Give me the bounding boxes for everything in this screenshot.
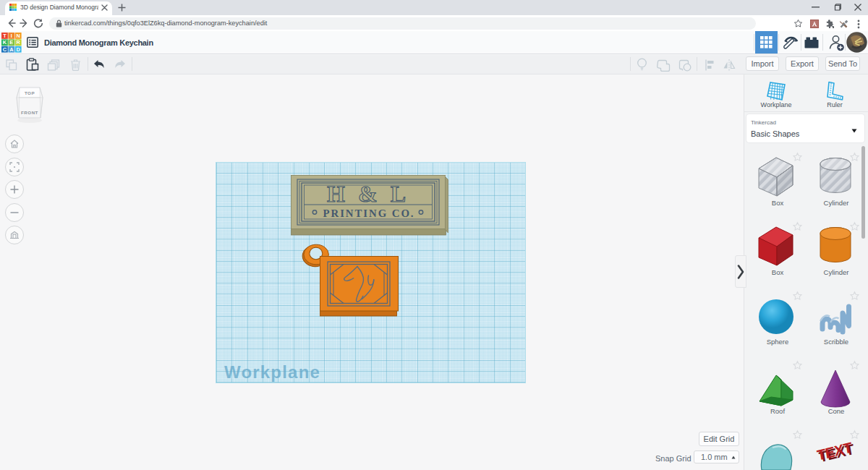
svg-text:R: R (17, 39, 21, 46)
svg-text:Sphere: Sphere (767, 338, 789, 346)
svg-text:K: K (3, 39, 7, 46)
svg-text:N: N (17, 33, 20, 39)
svg-text:FRONT: FRONT (21, 110, 38, 115)
svg-text:E: E (9, 39, 13, 46)
svg-text:Box: Box (772, 268, 784, 276)
svg-text:Cone: Cone (828, 407, 845, 415)
svg-text:Roof: Roof (770, 407, 785, 415)
svg-text:A: A (9, 46, 14, 53)
svg-text:H & L: H & L (327, 181, 411, 207)
svg-text:Cylinder: Cylinder (824, 199, 849, 207)
svg-text:I: I (11, 33, 12, 39)
svg-text:Cylinder: Cylinder (824, 268, 849, 276)
svg-text:Box: Box (772, 199, 784, 207)
svg-text:T: T (3, 33, 7, 39)
svg-text:TOP: TOP (25, 90, 35, 95)
svg-text:D: D (17, 46, 21, 53)
svg-text:C: C (3, 46, 7, 53)
svg-text:PRINTING CO.: PRINTING CO. (323, 207, 415, 219)
svg-text:Scribble: Scribble (824, 338, 848, 346)
